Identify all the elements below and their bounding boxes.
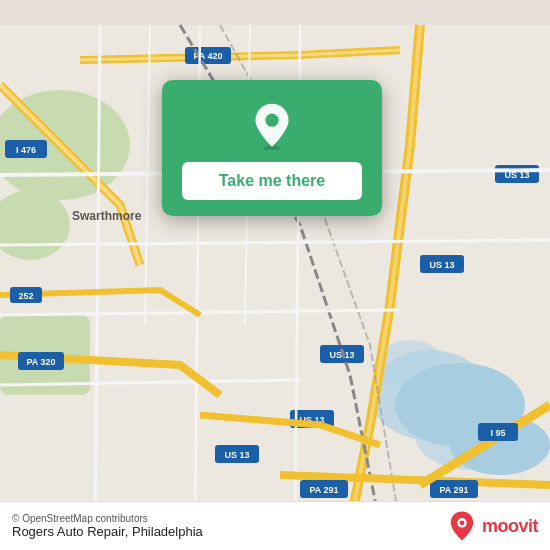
moovit-icon (446, 510, 478, 542)
moovit-text: moovit (482, 516, 538, 537)
svg-text:PA 291: PA 291 (309, 485, 338, 495)
osm-credit: © OpenStreetMap contributors (12, 513, 203, 524)
moovit-logo: moovit (446, 510, 538, 542)
svg-text:I 476: I 476 (16, 145, 36, 155)
take-me-there-button[interactable]: Take me there (182, 162, 362, 200)
popup-card: Take me there (162, 80, 382, 216)
svg-point-37 (460, 520, 465, 525)
place-name: Rogers Auto Repair, Philadelphia (12, 524, 203, 539)
popup-green-section: Take me there (162, 80, 382, 216)
svg-text:US 13: US 13 (224, 450, 249, 460)
bottom-bar: © OpenStreetMap contributors Rogers Auto… (0, 501, 550, 550)
svg-text:252: 252 (18, 291, 33, 301)
svg-point-35 (265, 114, 278, 127)
svg-text:PA 291: PA 291 (439, 485, 468, 495)
map-container: I 476 PA 420 US 13 US 13 US 13 US 13 (0, 0, 550, 550)
svg-text:PA 320: PA 320 (26, 357, 55, 367)
bottom-left-info: © OpenStreetMap contributors Rogers Auto… (12, 513, 203, 539)
svg-text:Swarthmore: Swarthmore (72, 209, 142, 223)
location-pin-icon (248, 102, 296, 150)
svg-text:US 13: US 13 (429, 260, 454, 270)
svg-text:I 95: I 95 (490, 428, 505, 438)
